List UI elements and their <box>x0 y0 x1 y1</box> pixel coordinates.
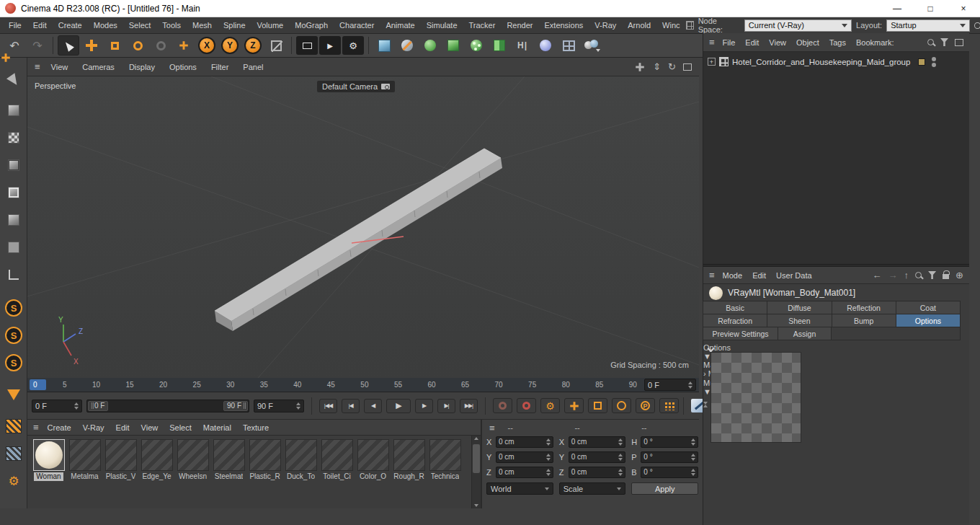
menu-item-volume[interactable]: Volume <box>251 21 290 30</box>
tab-bump[interactable]: Bump <box>832 314 896 327</box>
menu-item-arnold[interactable]: Arnold <box>622 21 656 30</box>
hatch-blue-button[interactable] <box>3 443 24 464</box>
filter-icon[interactable] <box>940 38 948 46</box>
orbit-view-icon[interactable]: ↻ <box>668 61 676 72</box>
size-z-field[interactable]: 0 cm <box>569 467 626 478</box>
make-editable-button[interactable] <box>3 69 24 91</box>
object-menu-edit[interactable]: Edit <box>740 38 764 47</box>
material-menu-edit[interactable]: Edit <box>110 423 135 432</box>
transform-space-select[interactable]: World <box>486 482 553 495</box>
material-preview[interactable] <box>710 352 801 443</box>
uv-mode-button[interactable] <box>3 237 24 258</box>
object-tree[interactable]: + Hotel_Corridor_and_Housekeeping_Maid_g… <box>703 52 969 264</box>
object-menu-view[interactable]: View <box>764 38 791 47</box>
layout-select[interactable]: Startup <box>886 19 970 32</box>
material-menu-material[interactable]: Material <box>197 423 237 432</box>
menu-item-vray[interactable]: V-Ray <box>589 21 622 30</box>
helper-button[interactable]: H| <box>512 35 533 56</box>
menu-item-window[interactable]: Winc <box>656 21 685 30</box>
menu-item-spline[interactable]: Spline <box>218 21 251 30</box>
attr-menu-mode[interactable]: Mode <box>718 271 748 280</box>
redo-button[interactable]: ↷ <box>27 35 48 56</box>
current-frame-input[interactable]: 0 F <box>32 400 82 412</box>
material-item[interactable]: Steelmat <box>212 439 246 481</box>
expander-icon[interactable]: › <box>703 369 706 378</box>
rotate-tool-button[interactable] <box>127 35 148 56</box>
workplane-button[interactable] <box>3 264 24 286</box>
menu-item-character[interactable]: Character <box>334 21 380 30</box>
coordinate-system-button[interactable] <box>265 35 287 56</box>
maximize-view-icon[interactable] <box>683 63 692 71</box>
end-frame-input[interactable]: 90 F <box>254 400 304 412</box>
menu-item-mograph[interactable]: MoGraph <box>289 21 334 30</box>
prev-frame-button[interactable]: ◀ <box>364 399 382 413</box>
scale-mode-select[interactable]: Scale <box>559 482 626 495</box>
prev-key-button[interactable]: |◀ <box>342 399 360 413</box>
coords-header-position[interactable]: -- <box>498 423 565 432</box>
viewport-menu-cameras[interactable]: Cameras <box>76 63 121 71</box>
tab-diffuse[interactable]: Diffuse <box>767 301 832 314</box>
hamburger-icon[interactable]: ≡ <box>706 37 718 48</box>
array-button[interactable] <box>558 35 579 56</box>
object-name[interactable]: Hotel_Corridor_and_Housekeeping_Maid_gro… <box>732 58 910 66</box>
symmetry-button[interactable] <box>489 35 510 56</box>
render-view-button[interactable] <box>296 35 318 56</box>
new-panel-icon[interactable]: ⊕ <box>956 270 963 281</box>
menu-item-modes[interactable]: Modes <box>88 21 123 30</box>
coords-header-size[interactable]: -- <box>564 423 631 432</box>
record-scale-toggle[interactable] <box>588 398 607 413</box>
layer-color-chip[interactable] <box>918 58 925 66</box>
pen-tool-button[interactable] <box>396 35 418 56</box>
range-end-handle[interactable]: 90 F <box>223 401 248 411</box>
panel-icon[interactable] <box>955 39 963 46</box>
lock-y-button[interactable]: Y <box>219 35 241 56</box>
menu-item-simulate[interactable]: Simulate <box>421 21 463 30</box>
record-parameter-toggle[interactable]: P <box>636 398 655 413</box>
live-selection-button[interactable] <box>58 35 79 56</box>
scale-tool-button[interactable] <box>104 35 125 56</box>
material-item[interactable]: Wheelsn <box>176 439 210 481</box>
scene-objects-button[interactable] <box>581 35 602 56</box>
beam-side-face[interactable] <box>231 158 502 331</box>
material-scrollbar[interactable] <box>471 436 481 508</box>
material-item[interactable]: Metalma <box>68 439 102 481</box>
material-item[interactable]: Woman <box>32 439 66 481</box>
material-item[interactable]: Plastic_V <box>104 439 138 481</box>
menu-item-select[interactable]: Select <box>123 21 157 30</box>
current-frame-field[interactable]: 0 F <box>644 379 696 391</box>
range-start-handle[interactable]: 0 F <box>88 401 108 411</box>
menu-item-tools[interactable]: Tools <box>156 21 187 30</box>
rotation-p-field[interactable]: 0 ° <box>641 451 698 463</box>
menu-item-tracker[interactable]: Tracker <box>463 21 502 30</box>
model-mode-button[interactable] <box>3 100 24 121</box>
hatch-tool-button[interactable] <box>3 415 24 437</box>
edges-mode-button[interactable] <box>3 182 24 203</box>
material-menu-view[interactable]: View <box>135 423 164 432</box>
material-item[interactable]: Edge_Ye <box>140 439 174 481</box>
timeline-ruler[interactable]: 0 5 10 15 20 25 30 35 40 45 50 55 60 65 … <box>27 378 699 392</box>
viewport-menu-display[interactable]: Display <box>122 63 161 71</box>
viewport-canvas[interactable]: Y Z X Perspective Default Camera Grid Sp… <box>27 76 699 378</box>
node-space-select[interactable]: Current (V-Ray) <box>744 19 852 32</box>
record-position-toggle[interactable] <box>564 398 584 413</box>
texture-mode-button[interactable] <box>3 127 24 149</box>
attr-menu-edit[interactable]: Edit <box>747 271 771 280</box>
viewport-menu-options[interactable]: Options <box>163 63 203 71</box>
menu-item-extensions[interactable]: Extensions <box>538 21 589 30</box>
scrollbar-thumb[interactable] <box>473 444 480 473</box>
preview-range-slider[interactable]: 0 F 90 F <box>86 400 249 412</box>
tab-preview-settings[interactable]: Preview Settings <box>703 327 778 340</box>
material-item[interactable]: Duck_To <box>284 439 318 481</box>
undo-button[interactable]: ↶ <box>4 35 25 56</box>
generator-button[interactable] <box>442 35 464 56</box>
tab-basic[interactable]: Basic <box>703 301 767 314</box>
pan-view-icon[interactable] <box>636 63 644 71</box>
minimize-button[interactable]: — <box>881 0 914 17</box>
hamburger-icon[interactable]: ≡ <box>706 270 718 281</box>
menu-item-file[interactable]: File <box>3 21 27 30</box>
material-menu-select[interactable]: Select <box>164 423 197 432</box>
close-button[interactable]: × <box>947 0 980 17</box>
tab-reflection[interactable]: Reflection <box>832 301 896 314</box>
visibility-toggles[interactable] <box>932 57 936 67</box>
spline-preset-3-button[interactable]: S <box>3 352 24 374</box>
